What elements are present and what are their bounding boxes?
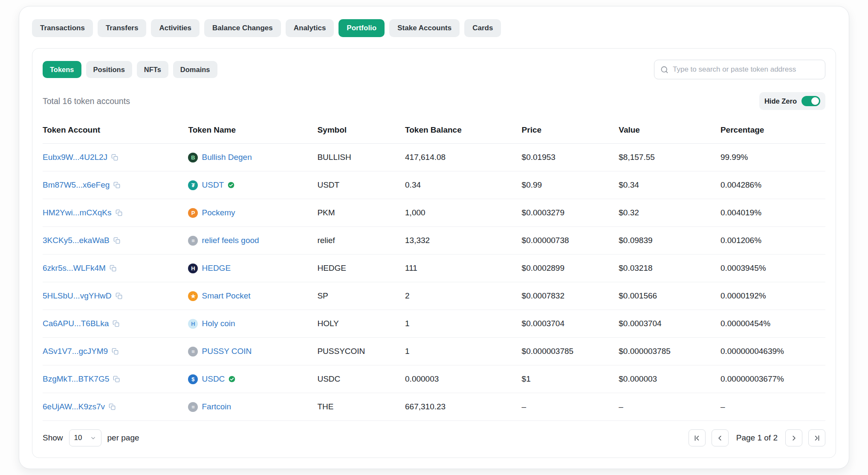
- token-account-cell: 6zkr5s...WLFk4M: [43, 255, 188, 282]
- table-body: Eubx9W...4U2L2J B Bullish Degen BULLISH …: [43, 144, 825, 421]
- symbol-cell: USDT: [317, 171, 405, 199]
- token-account-link[interactable]: ASv1V7...gcJYM9: [43, 347, 108, 356]
- prev-page-button[interactable]: [712, 429, 729, 446]
- copy-icon[interactable]: [112, 348, 119, 355]
- balance-cell: 0.34: [405, 171, 522, 199]
- token-name-link[interactable]: USDC: [202, 374, 225, 384]
- percentage-cell: 0.004019%: [720, 199, 825, 227]
- balance-cell: 417,614.08: [405, 144, 522, 171]
- token-icon: ≡: [188, 402, 198, 412]
- token-name-link[interactable]: USDT: [202, 180, 224, 190]
- token-account-link[interactable]: Eubx9W...4U2L2J: [43, 153, 107, 162]
- portfolio-card: TransactionsTransfersActivitiesBalance C…: [19, 6, 849, 469]
- copy-icon[interactable]: [113, 237, 120, 244]
- token-name-link[interactable]: Smart Pocket: [202, 291, 250, 301]
- value-cell: $0.03218: [619, 255, 720, 282]
- token-name-link[interactable]: Pockemy: [202, 208, 235, 217]
- chevron-down-icon: [90, 435, 96, 441]
- last-page-button[interactable]: [808, 429, 825, 446]
- copy-icon[interactable]: [113, 376, 120, 382]
- table-row: 5HLSbU...vgYHwD ★ Smart Pocket SP 2 $0.0…: [43, 282, 825, 310]
- token-account-cell: Ca6APU...T6BLka: [43, 310, 188, 338]
- table-row: ASv1V7...gcJYM9 ≡ PUSSY COIN PUSSYCOIN 1…: [43, 338, 825, 365]
- tab-cards[interactable]: Cards: [464, 19, 501, 37]
- token-icon: H: [188, 319, 198, 329]
- token-name-link[interactable]: Holy coin: [202, 319, 235, 328]
- table-row: Eubx9W...4U2L2J B Bullish Degen BULLISH …: [43, 144, 825, 171]
- token-name-link[interactable]: Fartcoin: [202, 402, 231, 411]
- percentage-cell: 0.001206%: [720, 227, 825, 255]
- token-icon: $: [188, 374, 198, 384]
- token-account-cell: Eubx9W...4U2L2J: [43, 144, 188, 171]
- toggle-knob: [811, 97, 819, 105]
- price-cell: $1: [522, 365, 619, 393]
- value-cell: $0.32: [619, 199, 720, 227]
- table-row: HM2Ywi...mCXqKs P Pockemy PKM 1,000 $0.0…: [43, 199, 825, 227]
- tab-activities[interactable]: Activities: [151, 19, 200, 37]
- token-account-link[interactable]: 6eUjAW...K9zs7v: [43, 402, 105, 411]
- subtab-tokens[interactable]: Tokens: [43, 61, 81, 78]
- table-row: 6zkr5s...WLFk4M H HEDGE HEDGE 111 $0.000…: [43, 255, 825, 282]
- copy-icon[interactable]: [109, 403, 116, 410]
- copy-icon[interactable]: [113, 320, 119, 327]
- value-cell: $8,157.55: [619, 144, 720, 171]
- balance-cell: 2: [405, 282, 522, 310]
- token-icon: ≡: [188, 236, 198, 246]
- tab-transfers[interactable]: Transfers: [98, 19, 147, 37]
- token-name-cell: ≡ relief feels good: [188, 227, 317, 255]
- token-icon: ₮: [188, 180, 198, 190]
- symbol-cell: PKM: [317, 199, 405, 227]
- token-search-box[interactable]: [654, 60, 825, 79]
- percentage-cell: 0.00000454%: [720, 310, 825, 338]
- search-icon: [660, 66, 668, 74]
- token-account-cell: Bm87W5...x6eFeg: [43, 171, 188, 199]
- tab-analytics[interactable]: Analytics: [286, 19, 334, 37]
- token-name-cell: H Holy coin: [188, 310, 317, 338]
- panel-top: TokensPositionsNFTsDomains: [43, 60, 825, 79]
- price-cell: –: [522, 393, 619, 421]
- hide-zero-toggle[interactable]: [801, 96, 820, 106]
- subtab-nfts[interactable]: NFTs: [137, 61, 168, 78]
- table-row: Ca6APU...T6BLka H Holy coin HOLY 1 $0.00…: [43, 310, 825, 338]
- price-cell: $0.000003785: [522, 338, 619, 365]
- tokens-panel: TokensPositionsNFTsDomains Total 16 toke…: [32, 48, 836, 458]
- subtab-domains[interactable]: Domains: [173, 61, 217, 78]
- value-cell: $0.0003704: [619, 310, 720, 338]
- hide-zero-label: Hide Zero: [764, 97, 797, 105]
- copy-icon[interactable]: [116, 293, 122, 299]
- copy-icon[interactable]: [116, 209, 122, 216]
- page-size-select[interactable]: 10: [69, 429, 101, 446]
- token-account-link[interactable]: 3KCKy5...ekaWaB: [43, 236, 110, 245]
- balance-cell: 111: [405, 255, 522, 282]
- tab-portfolio[interactable]: Portfolio: [339, 19, 385, 37]
- token-account-link[interactable]: 6zkr5s...WLFk4M: [43, 264, 106, 273]
- token-icon: P: [188, 208, 198, 218]
- copy-icon[interactable]: [111, 154, 118, 161]
- price-cell: $0.0003279: [522, 199, 619, 227]
- tab-stake-accounts[interactable]: Stake Accounts: [389, 19, 460, 37]
- token-name-link[interactable]: relief feels good: [202, 236, 259, 245]
- next-page-button[interactable]: [785, 429, 802, 446]
- token-account-link[interactable]: HM2Ywi...mCXqKs: [43, 208, 112, 217]
- tab-transactions[interactable]: Transactions: [32, 19, 93, 37]
- token-account-link[interactable]: BzgMkT...BTK7G5: [43, 374, 109, 384]
- token-account-link[interactable]: 5HLSbU...vgYHwD: [43, 291, 112, 301]
- tab-balance-changes[interactable]: Balance Changes: [204, 19, 281, 37]
- percentage-cell: 0.0003945%: [720, 255, 825, 282]
- copy-icon[interactable]: [113, 182, 120, 188]
- price-cell: $0.99: [522, 171, 619, 199]
- copy-icon[interactable]: [110, 265, 116, 272]
- token-account-link[interactable]: Ca6APU...T6BLka: [43, 319, 109, 328]
- token-name-link[interactable]: Bullish Degen: [202, 153, 252, 162]
- search-input[interactable]: [673, 65, 819, 74]
- token-account-link[interactable]: Bm87W5...x6eFeg: [43, 180, 110, 190]
- first-page-button[interactable]: [689, 429, 706, 446]
- subtab-positions[interactable]: Positions: [86, 61, 132, 78]
- token-name-link[interactable]: HEDGE: [202, 264, 231, 273]
- balance-cell: 0.000003: [405, 365, 522, 393]
- token-name-link[interactable]: PUSSY COIN: [202, 347, 252, 356]
- table-row: 6eUjAW...K9zs7v ≡ Fartcoin THE 667,310.2…: [43, 393, 825, 421]
- first-page-icon: [693, 434, 701, 442]
- balance-cell: 1: [405, 310, 522, 338]
- token-name-cell: ★ Smart Pocket: [188, 282, 317, 310]
